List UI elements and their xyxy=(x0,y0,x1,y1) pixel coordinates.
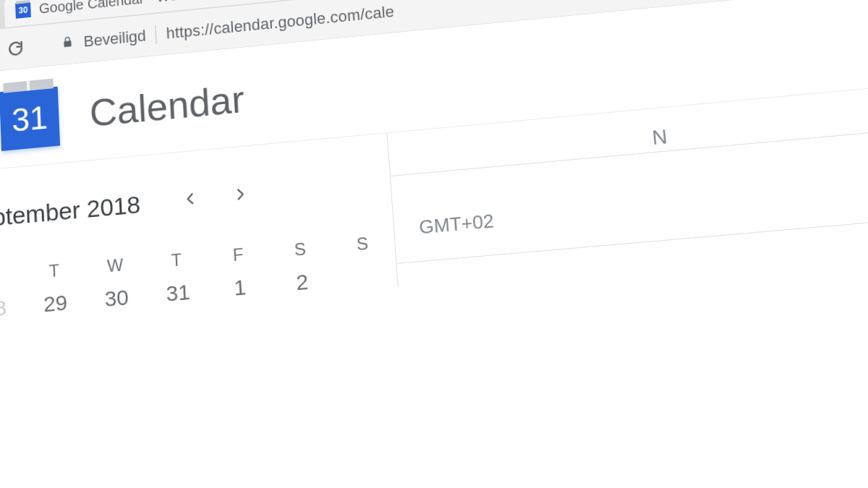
timezone-label: GMT+02 xyxy=(418,210,494,239)
chevron-left-icon xyxy=(182,190,199,207)
mini-calendar-day[interactable]: 1 xyxy=(210,273,270,302)
mini-calendar-dow: W xyxy=(86,253,144,278)
calendar-app: 31 Calendar T September 2018 xyxy=(0,0,868,488)
reload-icon xyxy=(7,38,25,58)
calendar-logo-icon: 31 xyxy=(0,87,60,151)
mini-calendar-day[interactable]: 2 xyxy=(273,267,332,297)
mini-calendar-day[interactable]: 29 xyxy=(27,288,85,318)
connection-security-label: Beveiligd xyxy=(83,27,146,51)
browser-window: 30 Google Calendar - Week of 24 ✕ + Beve… xyxy=(0,0,868,488)
mini-calendar-prev-button[interactable] xyxy=(182,188,199,213)
mini-calendar-day[interactable]: 31 xyxy=(149,278,208,308)
mini-calendar-dow: T xyxy=(25,258,82,283)
mini-calendar-dow: S xyxy=(333,231,392,257)
mini-calendar-dow: M xyxy=(0,264,22,289)
mini-calendar-next-button[interactable] xyxy=(232,183,250,207)
week-day-header-initial: N xyxy=(651,124,668,149)
reload-button[interactable] xyxy=(6,38,26,59)
tab-favicon-calendar-icon: 30 xyxy=(15,2,31,19)
mini-calendar-dow: T xyxy=(148,247,206,273)
mini-calendar-dow: F xyxy=(209,242,268,267)
product-title: Calendar xyxy=(89,77,246,135)
lock-icon xyxy=(61,33,74,53)
mini-calendar-month-label: September 2018 xyxy=(0,190,141,234)
address-divider xyxy=(156,25,157,43)
mini-calendar-day[interactable]: 28 xyxy=(0,294,23,324)
chevron-right-icon xyxy=(232,185,249,202)
mini-calendar-day[interactable]: 30 xyxy=(88,283,145,313)
mini-calendar-grid: M T W T F S S 28 29 30 31 1 2 xyxy=(0,232,383,323)
mini-calendar-dow: S xyxy=(271,236,330,262)
